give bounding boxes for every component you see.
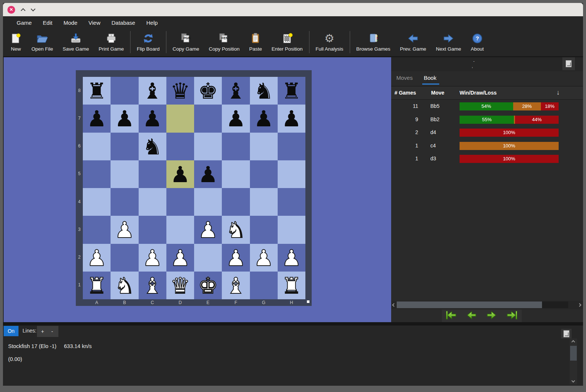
square-a1[interactable]: ♜ bbox=[83, 272, 111, 299]
column-games[interactable]: # Games bbox=[394, 90, 416, 96]
sort-arrow-icon[interactable]: ↓ bbox=[556, 89, 560, 96]
black-pawn-h7[interactable]: ♟ bbox=[278, 105, 305, 132]
menu-view[interactable]: View bbox=[83, 20, 106, 26]
vertical-scrollbar[interactable] bbox=[570, 338, 577, 384]
square-c7[interactable]: ♟ bbox=[139, 105, 166, 132]
square-d4[interactable] bbox=[166, 188, 194, 216]
scroll-right-icon[interactable] bbox=[578, 303, 582, 307]
save-game-button[interactable]: Save Game bbox=[58, 29, 94, 52]
square-e5[interactable]: ♟ bbox=[194, 160, 222, 188]
scrollbar-thumb[interactable] bbox=[397, 301, 542, 308]
shade-window-icon[interactable] bbox=[21, 8, 26, 13]
square-c8[interactable]: ♝ bbox=[139, 77, 166, 105]
square-d3[interactable] bbox=[166, 216, 194, 243]
square-g8[interactable]: ♞ bbox=[250, 77, 278, 105]
square-h2[interactable]: ♟ bbox=[278, 244, 305, 272]
square-f5[interactable] bbox=[222, 160, 250, 188]
square-g2[interactable]: ♟ bbox=[250, 244, 278, 272]
white-pawn-f2[interactable]: ♟ bbox=[222, 244, 250, 272]
menu-game[interactable]: Game bbox=[11, 20, 37, 26]
book-row-d4[interactable]: 2d4100% bbox=[391, 126, 583, 139]
square-f6[interactable] bbox=[222, 133, 250, 160]
column-move[interactable]: Move bbox=[431, 90, 444, 96]
square-d1[interactable]: ♛ bbox=[166, 272, 194, 299]
white-pawn-c2[interactable]: ♟ bbox=[139, 244, 166, 272]
square-c1[interactable]: ♝ bbox=[139, 272, 166, 299]
book-row-c4[interactable]: 1c4100% bbox=[391, 139, 583, 153]
white-pawn-h2[interactable]: ♟ bbox=[278, 244, 305, 272]
new-button[interactable]: New bbox=[5, 29, 27, 52]
next-move-button[interactable] bbox=[486, 310, 498, 322]
tab-moves[interactable]: Moves bbox=[396, 75, 413, 82]
square-g7[interactable]: ♟ bbox=[250, 105, 278, 132]
square-b6[interactable] bbox=[111, 133, 138, 160]
unshade-window-icon[interactable] bbox=[31, 7, 35, 11]
square-f4[interactable] bbox=[222, 188, 250, 216]
menu-mode[interactable]: Mode bbox=[58, 20, 83, 26]
scroll-left-icon[interactable] bbox=[392, 303, 396, 307]
print-game-button[interactable]: Print Game bbox=[94, 29, 129, 52]
menu-help[interactable]: Help bbox=[141, 20, 163, 26]
book-row-Bb5[interactable]: 11Bb554%28%18% bbox=[391, 100, 583, 113]
square-b3[interactable]: ♟ bbox=[111, 216, 138, 243]
square-h6[interactable] bbox=[278, 133, 305, 160]
book-row-Bb2[interactable]: 9Bb255%44% bbox=[391, 113, 583, 126]
full-analysis-button[interactable]: ⚙Full Analysis bbox=[311, 29, 348, 52]
white-rook-a1[interactable]: ♜ bbox=[83, 272, 111, 299]
square-h5[interactable] bbox=[278, 160, 305, 188]
square-b7[interactable]: ♟ bbox=[111, 105, 138, 132]
engine-on-toggle[interactable]: On bbox=[4, 326, 18, 336]
white-bishop-c1[interactable]: ♝ bbox=[139, 272, 166, 299]
square-e2[interactable] bbox=[194, 244, 222, 272]
square-g3[interactable] bbox=[250, 216, 278, 243]
square-f7[interactable]: ♟ bbox=[222, 105, 250, 132]
white-pawn-d2[interactable]: ♟ bbox=[166, 244, 194, 272]
about-button[interactable]: ?About bbox=[466, 29, 488, 52]
square-f8[interactable]: ♝ bbox=[222, 77, 250, 105]
square-g1[interactable] bbox=[250, 272, 278, 299]
square-h1[interactable]: ♜ bbox=[278, 272, 305, 299]
black-pawn-f7[interactable]: ♟ bbox=[222, 105, 250, 132]
square-b1[interactable]: ♞ bbox=[111, 272, 138, 299]
prev-game-button[interactable]: Prev. Game bbox=[395, 29, 431, 52]
chess-board[interactable]: ♜♝♛♚♝♞♜♟♟♟♟♟♟♞♟♟♟♟♞♟♟♟♟♟♟♜♞♝♛♚♝♜87654321… bbox=[76, 70, 312, 306]
square-b8[interactable] bbox=[111, 77, 138, 105]
square-g4[interactable] bbox=[250, 188, 278, 216]
square-d8[interactable]: ♛ bbox=[166, 77, 194, 105]
square-a2[interactable]: ♟ bbox=[83, 244, 111, 272]
black-pawn-c7[interactable]: ♟ bbox=[139, 105, 166, 132]
square-f3[interactable]: ♞ bbox=[222, 216, 250, 243]
close-button[interactable]: ✕ bbox=[7, 6, 15, 14]
black-knight-g8[interactable]: ♞ bbox=[250, 77, 278, 105]
tab-book[interactable]: Book bbox=[424, 75, 436, 82]
copy-position-button[interactable]: FENCopy Position bbox=[204, 29, 244, 52]
square-e8[interactable]: ♚ bbox=[194, 77, 222, 105]
browse-games-button[interactable]: Browse Games bbox=[352, 29, 395, 52]
black-rook-h8[interactable]: ♜ bbox=[278, 77, 305, 105]
black-queen-d8[interactable]: ♛ bbox=[166, 77, 194, 105]
white-pawn-b3[interactable]: ♟ bbox=[111, 216, 138, 243]
square-e4[interactable] bbox=[194, 188, 222, 216]
next-game-button[interactable]: Next Game bbox=[431, 29, 466, 52]
column-win-draw-loss[interactable]: Win/Draw/Loss bbox=[460, 90, 497, 96]
square-b4[interactable] bbox=[111, 188, 138, 216]
square-b5[interactable] bbox=[111, 160, 138, 188]
square-d2[interactable]: ♟ bbox=[166, 244, 194, 272]
black-pawn-e5[interactable]: ♟ bbox=[194, 160, 222, 188]
black-pawn-d5[interactable]: ♟ bbox=[166, 160, 194, 188]
square-e3[interactable]: ♟ bbox=[194, 216, 222, 243]
white-bishop-f1[interactable]: ♝ bbox=[222, 272, 250, 299]
last-move-button[interactable] bbox=[506, 310, 518, 322]
square-a3[interactable] bbox=[83, 216, 111, 243]
open-file-button[interactable]: Open File bbox=[27, 29, 58, 52]
square-h7[interactable]: ♟ bbox=[278, 105, 305, 132]
white-knight-f3[interactable]: ♞ bbox=[222, 216, 250, 243]
prev-move-button[interactable] bbox=[466, 310, 478, 322]
scroll-up-icon[interactable] bbox=[572, 340, 575, 344]
square-g6[interactable] bbox=[250, 133, 278, 160]
square-f1[interactable]: ♝ bbox=[222, 272, 250, 299]
square-g5[interactable] bbox=[250, 160, 278, 188]
square-c2[interactable]: ♟ bbox=[139, 244, 166, 272]
scrollbar-thumb[interactable] bbox=[570, 346, 577, 361]
square-e7[interactable] bbox=[194, 105, 222, 132]
